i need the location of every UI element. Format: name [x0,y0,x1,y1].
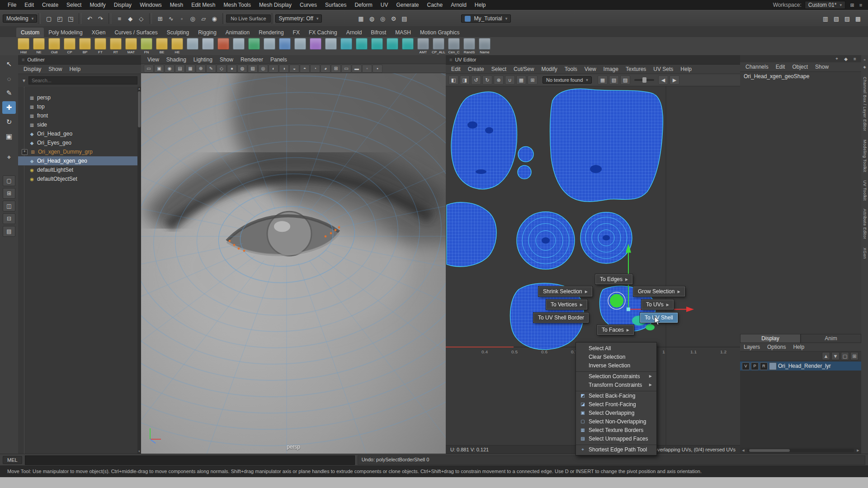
context-menu-item[interactable]: ▢ Select Non-Overlapping [576,417,656,426]
shelf-item[interactable] [247,37,261,54]
menu-item[interactable]: Generate [392,0,423,10]
layer-renderable-toggle[interactable]: R [760,362,768,370]
marking-menu-to-uvs[interactable]: To UVs▶ [642,300,674,310]
channel-options-icon[interactable]: ≡ [851,55,859,62]
scroll-thumb[interactable] [138,91,141,127]
safe-title-icon[interactable]: ▪ [373,65,382,73]
shelf-tab[interactable]: Motion Graphics [415,28,464,37]
layer-scrollbar[interactable]: ◀ ▶ [740,447,861,454]
uv-menu-item[interactable]: Create [464,66,488,73]
layer-color-swatch[interactable] [769,362,777,370]
snap-to-view-plane-icon[interactable]: ▱ [198,14,208,23]
layer-menu-item[interactable]: Options [764,343,789,351]
scroll-up-icon[interactable]: ▲ [137,87,141,91]
shelf-item-he[interactable]: HE [170,37,184,54]
outliner-item[interactable]: top [18,102,141,111]
outliner-titlebar[interactable]: Outliner [18,55,141,65]
shelf-tab[interactable]: Poly Modeling [44,28,87,37]
menu-item[interactable]: Arnold [447,0,471,10]
outliner-item[interactable]: front [18,111,141,120]
shelf-item[interactable] [201,37,215,54]
shelf-item[interactable] [339,37,354,54]
panel-menu-item[interactable]: Help [66,66,84,73]
select-object-icon[interactable]: ◆ [125,14,135,23]
uv-menu-item[interactable]: Image [600,66,622,73]
shelf-tab[interactable]: XGen [87,28,110,37]
open-scene-icon[interactable]: ◰ [55,14,65,23]
layer-row[interactable]: V P R Ori_Head_Render_lyr [740,361,861,371]
slider-knob[interactable] [642,77,646,83]
shelf-item[interactable] [401,37,415,54]
uv-menu-item[interactable]: Cut/Sew [510,66,538,73]
image-plane-icon[interactable]: ▦ [185,65,195,73]
panel-menu-item[interactable]: Show [45,66,66,73]
ipr-render-icon[interactable]: ◎ [377,14,387,23]
shelf-item-be[interactable]: BE [155,37,169,54]
pin-panel-icon[interactable]: ◈ [862,64,868,70]
motion-blur-icon[interactable]: ◒ [289,65,299,73]
workspace-menu-icon[interactable]: ≡ [857,1,864,9]
sew-uv-icon[interactable]: ∪ [505,75,515,84]
viewport-canvas[interactable]: persp [141,73,446,454]
menu-item[interactable]: Create [38,0,62,10]
menu-item[interactable]: Modify [85,0,109,10]
context-menu-item[interactable]: ▨ Select Unmapped Faces [576,434,656,443]
new-scene-icon[interactable]: ▢ [44,14,54,23]
marking-menu-to-edges[interactable]: To Edges▶ [595,274,632,284]
menu-set-selector[interactable]: Modeling [3,14,37,23]
rotate-cw-icon[interactable]: ↻ [482,75,492,84]
shelf-item[interactable] [185,37,200,54]
context-menu-item[interactable]: ◪ Select Front-Facing [576,400,656,408]
uv-menu-item[interactable]: Select [488,66,510,73]
viewport-menu-item[interactable]: View [144,56,163,63]
context-menu-item[interactable]: Inverse Selection [576,361,656,370]
channel-menu-item[interactable]: Show [811,63,832,70]
outliner-item[interactable]: persp [18,93,141,102]
uv-menu-item[interactable]: Edit [448,66,464,73]
flip-v-icon[interactable]: ◨ [460,75,470,84]
shelf-item-fn[interactable]: FN [139,37,154,54]
shelf-item[interactable] [370,37,384,54]
outliner-item[interactable]: defaultObjectSet [18,174,141,183]
multisample-icon[interactable]: ◓ [300,65,310,73]
shelf-item-name[interactable]: Name [477,37,492,54]
layer-editor-tab[interactable]: Anim [801,334,861,343]
shelf-item-ft[interactable]: FT [93,37,108,54]
flip-u-icon[interactable]: ◧ [448,75,458,84]
scroll-track[interactable] [747,449,854,452]
context-menu-item[interactable]: Transform Constraints ▶ [576,380,656,389]
shelf-item-amt[interactable]: AMT [416,37,430,54]
outliner-search-input[interactable] [28,76,137,84]
outliner-scrollbar[interactable]: ▲ ▼ [137,87,141,454]
scroll-left-icon[interactable]: ◀ [740,449,746,452]
layer-menu-item[interactable]: Help [789,343,808,351]
resolution-gate-icon[interactable]: ▭ [341,65,351,73]
shelf-tab[interactable]: Custom [16,28,44,37]
lasso-select-tool[interactable]: ◌ [2,72,16,85]
layer-editor-tab[interactable]: Display [740,334,801,343]
display-checker-icon[interactable]: ▦ [598,75,608,84]
menu-item[interactable]: Edit Mesh [187,0,219,10]
channel-menu-item[interactable]: Edit [772,63,789,70]
paint-selection-tool[interactable]: ✎ [2,87,16,99]
marking-menu-grow-selection[interactable]: Grow Selection▶ [633,286,685,296]
lock-camera-icon[interactable]: ▣ [154,65,164,73]
shelf-item[interactable] [293,37,307,54]
menu-item[interactable]: Display [110,0,136,10]
uv-menu-item[interactable]: Help [677,66,695,73]
outliner-item[interactable]: Ori_Head_geo [18,129,141,138]
marking-menu-shrink-selection[interactable]: Shrink Selection▶ [538,286,592,296]
use-all-lights-icon[interactable]: ◎ [258,65,268,73]
select-tool[interactable]: ↖ [2,58,16,70]
viewport-menu-item[interactable]: Shading [163,56,190,63]
context-menu-item[interactable]: ▣ Select Overlapping [576,408,656,417]
shelf-tab[interactable]: Curves / Surfaces [110,28,162,37]
channel-menu-item[interactable]: Object [788,63,811,70]
move-tool[interactable]: ✚ [2,101,16,114]
cut-uv-icon[interactable]: ⊗ [494,75,504,84]
menu-item[interactable]: Mesh Tools [220,0,255,10]
shelf-item[interactable] [216,37,231,54]
collapse-panel-icon[interactable]: » [862,57,868,62]
live-surface-status[interactable]: No Live Surface [226,14,270,23]
channel-menu-item[interactable]: Channels [742,63,772,70]
